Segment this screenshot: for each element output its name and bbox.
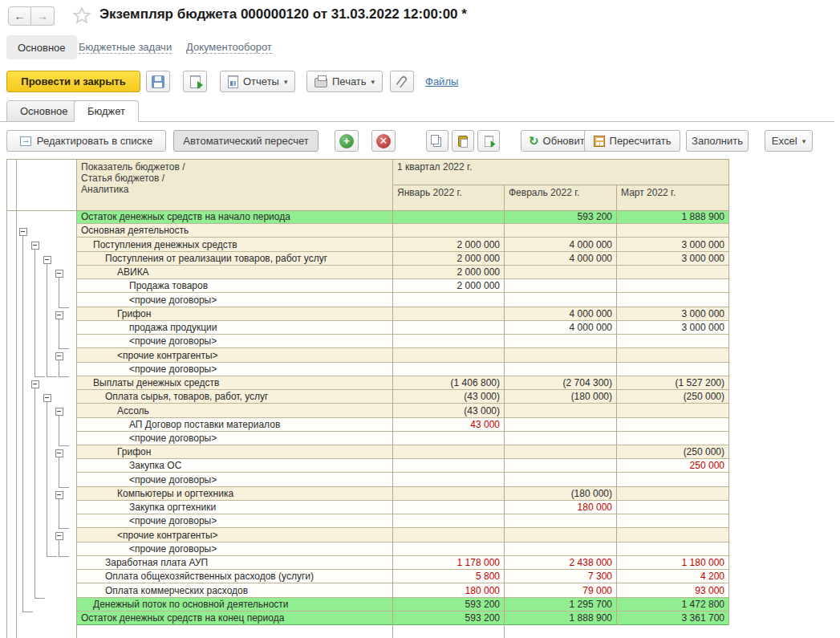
value-cell[interactable]: 3 000 000 bbox=[616, 307, 728, 320]
fill-button[interactable]: Заполнить bbox=[686, 130, 749, 152]
value-cell[interactable]: 7 300 bbox=[504, 570, 616, 583]
value-cell[interactable] bbox=[616, 224, 728, 237]
delete-row-button[interactable]: ✕ bbox=[371, 130, 396, 152]
value-cell[interactable]: 1 180 000 bbox=[616, 556, 728, 569]
value-cell[interactable] bbox=[504, 459, 616, 472]
value-cell[interactable] bbox=[392, 224, 504, 237]
post-and-close-button[interactable]: Провести и закрыть bbox=[6, 71, 140, 92]
value-cell[interactable]: (1 527 200) bbox=[616, 376, 728, 389]
value-cell[interactable]: 3 000 000 bbox=[616, 252, 728, 265]
value-cell[interactable]: 2 438 000 bbox=[504, 556, 616, 569]
value-cell[interactable]: (250 000) bbox=[616, 445, 728, 458]
value-cell[interactable]: 79 000 bbox=[504, 583, 616, 597]
value-cell[interactable]: 4 200 bbox=[616, 570, 728, 583]
value-cell[interactable] bbox=[616, 404, 728, 417]
favorite-star-icon[interactable] bbox=[72, 6, 91, 25]
value-cell[interactable]: 3 000 000 bbox=[616, 321, 728, 334]
value-cell[interactable] bbox=[392, 321, 504, 334]
value-cell[interactable] bbox=[504, 293, 616, 307]
value-cell[interactable] bbox=[392, 307, 504, 320]
value-cell[interactable] bbox=[616, 279, 728, 292]
value-cell[interactable] bbox=[616, 418, 728, 431]
value-cell[interactable] bbox=[616, 501, 728, 514]
forward-button[interactable]: → bbox=[31, 6, 55, 26]
row-name-cell[interactable]: Продажа товаров bbox=[76, 279, 392, 292]
value-cell[interactable] bbox=[504, 348, 616, 362]
tree-collapse-box[interactable] bbox=[55, 352, 63, 360]
value-cell[interactable]: 1 888 900 bbox=[616, 210, 728, 223]
auto-recalc-toggle[interactable]: Автоматический пересчет bbox=[173, 130, 319, 152]
value-cell[interactable] bbox=[392, 501, 504, 514]
value-cell[interactable] bbox=[504, 363, 616, 376]
tree-collapse-box[interactable] bbox=[55, 532, 63, 539]
value-cell[interactable]: (250 000) bbox=[616, 390, 728, 403]
section-link-docflow[interactable]: Документооборот bbox=[186, 41, 272, 54]
value-cell[interactable]: 1 888 900 bbox=[504, 612, 616, 624]
row-name-cell[interactable]: <прочие контрагенты> bbox=[76, 348, 392, 362]
row-name-cell[interactable]: Выплаты денежных средств bbox=[76, 376, 392, 389]
recalculate-button[interactable]: Пересчитать bbox=[584, 130, 680, 152]
value-cell[interactable]: 1 295 700 bbox=[504, 598, 616, 611]
row-name-cell[interactable]: <прочие договоры> bbox=[76, 363, 392, 376]
row-name-cell[interactable]: Поступления денежных средств bbox=[76, 238, 392, 251]
copy-button[interactable] bbox=[426, 130, 448, 152]
tree-collapse-box[interactable] bbox=[43, 256, 51, 263]
row-name-cell[interactable]: Компьютеры и оргтехника bbox=[76, 487, 392, 500]
tree-collapse-box[interactable] bbox=[19, 228, 26, 235]
value-cell[interactable] bbox=[504, 543, 616, 555]
value-cell[interactable] bbox=[392, 487, 504, 500]
value-cell[interactable]: 3 361 700 bbox=[616, 612, 728, 624]
value-cell[interactable] bbox=[616, 293, 728, 307]
value-cell[interactable]: 93 000 bbox=[616, 583, 728, 597]
row-name-cell[interactable]: <прочие договоры> bbox=[76, 543, 392, 555]
tree-collapse-box[interactable] bbox=[55, 408, 63, 415]
tree-collapse-box[interactable] bbox=[43, 394, 51, 401]
value-cell[interactable] bbox=[616, 348, 728, 362]
value-cell[interactable]: 43 000 bbox=[392, 418, 504, 431]
value-cell[interactable] bbox=[616, 266, 728, 278]
value-cell[interactable] bbox=[504, 418, 616, 431]
fill-copy-button[interactable] bbox=[477, 130, 500, 152]
row-name-cell[interactable]: <прочие договоры> bbox=[76, 514, 392, 527]
excel-button[interactable]: Excel ▾ bbox=[765, 130, 813, 152]
value-cell[interactable] bbox=[504, 528, 616, 542]
row-name-cell[interactable]: Ассоль bbox=[76, 404, 392, 417]
value-cell[interactable] bbox=[504, 445, 616, 458]
value-cell[interactable]: 3 000 000 bbox=[616, 238, 728, 251]
value-cell[interactable]: 593 200 bbox=[504, 210, 616, 223]
files-link[interactable]: Файлы bbox=[425, 75, 458, 87]
value-cell[interactable]: 4 000 000 bbox=[504, 321, 616, 334]
value-cell[interactable]: 180 000 bbox=[392, 583, 504, 597]
edit-in-list-button[interactable]: Редактировать в списке bbox=[6, 130, 166, 152]
row-name-cell[interactable]: <прочие договоры> bbox=[76, 293, 392, 307]
print-button[interactable]: Печать ▾ bbox=[306, 71, 383, 92]
paste-button[interactable] bbox=[452, 130, 474, 152]
tree-collapse-box[interactable] bbox=[55, 311, 63, 319]
value-cell[interactable]: (43 000) bbox=[392, 404, 504, 417]
tree-collapse-box[interactable] bbox=[31, 242, 39, 249]
value-cell[interactable] bbox=[504, 335, 616, 347]
section-link-budget-tasks[interactable]: Бюджетные задачи bbox=[79, 41, 172, 54]
row-name-cell[interactable]: Заработная плата АУП bbox=[76, 556, 392, 569]
tree-collapse-box[interactable] bbox=[55, 491, 63, 498]
value-cell[interactable] bbox=[392, 459, 504, 472]
value-cell[interactable] bbox=[504, 279, 616, 292]
value-cell[interactable] bbox=[392, 473, 504, 486]
value-cell[interactable] bbox=[504, 266, 616, 278]
value-cell[interactable] bbox=[504, 224, 616, 237]
value-cell[interactable] bbox=[392, 348, 504, 362]
add-row-button[interactable]: + bbox=[335, 130, 359, 152]
row-name-cell[interactable]: Грифон bbox=[76, 445, 392, 458]
value-cell[interactable]: 1 178 000 bbox=[392, 556, 504, 569]
row-name-cell[interactable]: <прочие договоры> bbox=[76, 432, 392, 445]
value-cell[interactable]: 5 800 bbox=[392, 570, 504, 583]
value-cell[interactable]: (1 406 800) bbox=[392, 376, 504, 389]
reports-button[interactable]: Отчеты ▾ bbox=[220, 71, 295, 92]
value-cell[interactable] bbox=[616, 432, 728, 445]
value-cell[interactable]: 2 000 000 bbox=[392, 279, 504, 292]
row-name-cell[interactable]: Закупка ОС bbox=[76, 459, 392, 472]
attach-button[interactable] bbox=[390, 71, 414, 92]
value-cell[interactable]: 1 472 800 bbox=[616, 598, 728, 611]
value-cell[interactable] bbox=[392, 543, 504, 555]
row-name-cell[interactable]: Оплата сырья, товаров, работ, услуг bbox=[76, 390, 392, 403]
